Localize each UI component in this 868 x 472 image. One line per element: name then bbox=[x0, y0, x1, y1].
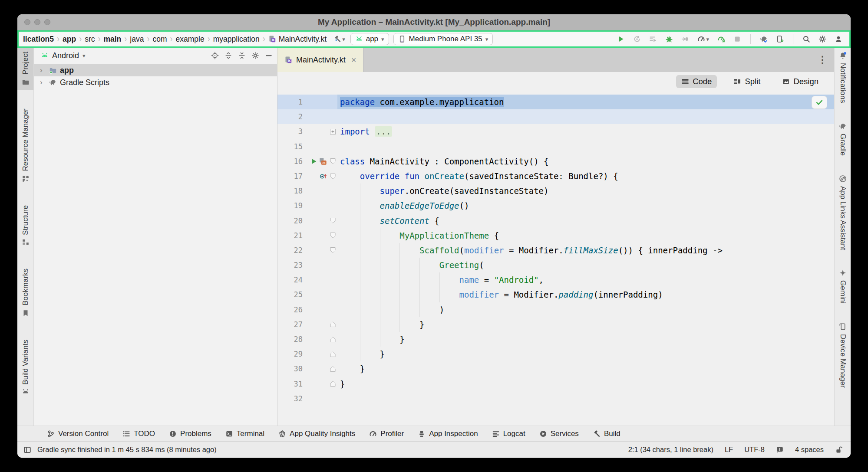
caret-position-widget[interactable]: 2:1 (34 chars, 1 line break) bbox=[628, 446, 713, 454]
view-mode-code[interactable]: Code bbox=[676, 75, 717, 88]
tool-tab-notifications[interactable]: Notifications bbox=[835, 48, 851, 107]
sync-gradle-button[interactable] bbox=[759, 34, 769, 44]
fold-marker[interactable] bbox=[328, 317, 337, 332]
locate-icon[interactable] bbox=[211, 52, 219, 59]
inspection-ok-badge[interactable] bbox=[812, 96, 827, 109]
line-number[interactable]: 25 bbox=[277, 287, 305, 302]
line-number[interactable]: 31 bbox=[277, 377, 305, 391]
tool-window-button-app-quality-insights[interactable]: App Quality Insights bbox=[278, 429, 355, 438]
fold-marker[interactable] bbox=[328, 361, 337, 376]
build-menu-button[interactable]: ▾ bbox=[333, 34, 346, 44]
view-mode-split[interactable]: Split bbox=[728, 75, 766, 88]
apply-changes-button[interactable]: A bbox=[632, 34, 642, 44]
unlocked-icon[interactable] bbox=[835, 446, 843, 454]
editor-tab-mainactivity[interactable]: K MainActivity.kt × bbox=[277, 48, 363, 72]
tool-window-button-logcat[interactable]: Logcat bbox=[492, 429, 525, 438]
tool-window-button-todo[interactable]: TODO bbox=[122, 429, 155, 438]
running-devices-button[interactable] bbox=[775, 34, 785, 44]
settings-button[interactable] bbox=[818, 34, 827, 44]
line-number[interactable]: 18 bbox=[277, 184, 305, 198]
chevron-right-icon[interactable]: › bbox=[40, 66, 46, 75]
settings-icon[interactable] bbox=[251, 52, 259, 59]
tool-tab-device-manager[interactable]: Device Manager bbox=[835, 319, 851, 392]
tool-window-button-build[interactable]: Build bbox=[593, 429, 620, 438]
breadcrumb-item-mainactivity-kt[interactable]: KMainActivity.kt bbox=[267, 35, 329, 44]
line-number[interactable]: 28 bbox=[277, 332, 305, 347]
indent-widget[interactable]: 4 spaces bbox=[795, 446, 824, 454]
fold-marker[interactable] bbox=[328, 213, 337, 228]
fold-marker[interactable] bbox=[328, 169, 337, 184]
fold-marker[interactable] bbox=[328, 228, 337, 243]
tool-window-button-problems[interactable]: Problems bbox=[169, 429, 211, 438]
tool-tab-gemini[interactable]: Gemini bbox=[835, 265, 851, 308]
warning-bubble-icon[interactable] bbox=[776, 446, 784, 454]
code-editor[interactable]: 1package com.example.myapplication23impo… bbox=[277, 91, 834, 426]
line-number[interactable]: 15 bbox=[277, 139, 305, 154]
breadcrumb-item-lication5[interactable]: lication5 bbox=[21, 35, 56, 44]
line-number[interactable]: 26 bbox=[277, 302, 305, 317]
line-number[interactable]: 29 bbox=[277, 347, 305, 361]
tool-tab-build-variants[interactable]: Build Variants bbox=[17, 336, 33, 400]
project-view-select[interactable]: Android bbox=[52, 51, 79, 60]
apply-code-changes-button[interactable] bbox=[648, 34, 658, 44]
breadcrumb-item-app[interactable]: app bbox=[61, 35, 78, 44]
attach-debugger-button[interactable] bbox=[680, 34, 690, 44]
layout-icon[interactable] bbox=[23, 446, 31, 454]
line-number[interactable]: 19 bbox=[277, 198, 305, 213]
close-icon[interactable]: × bbox=[351, 55, 356, 65]
device-select[interactable]: Medium Phone API 35 ▾ bbox=[393, 33, 493, 45]
profiler-button[interactable]: ▾ bbox=[696, 34, 710, 44]
line-number[interactable]: 2 bbox=[277, 109, 305, 124]
tool-window-button-terminal[interactable]: Terminal bbox=[225, 429, 264, 438]
line-number[interactable]: 3 bbox=[277, 124, 305, 139]
line-number[interactable]: 20 bbox=[277, 213, 305, 228]
line-number[interactable]: 24 bbox=[277, 272, 305, 287]
tool-tab-project[interactable]: Project bbox=[17, 48, 33, 90]
breadcrumb-item-src[interactable]: src bbox=[83, 35, 96, 44]
tool-window-button-services[interactable]: Services bbox=[539, 429, 579, 438]
fold-marker[interactable] bbox=[328, 243, 337, 258]
search-everywhere-button[interactable] bbox=[802, 34, 811, 44]
breadcrumb-item-example[interactable]: example bbox=[174, 35, 206, 44]
profile-account-button[interactable] bbox=[834, 34, 843, 44]
line-number[interactable]: 21 bbox=[277, 228, 305, 243]
tool-tab-resource-manager[interactable]: Resource Manager bbox=[17, 105, 33, 187]
tool-tab-app-links-assistant[interactable]: App Links Assistant bbox=[835, 171, 851, 254]
override-icon[interactable] bbox=[319, 172, 327, 180]
tool-tab-gradle[interactable]: Gradle bbox=[835, 118, 851, 160]
tree-item-gradle-scripts[interactable]: ›Gradle Scripts bbox=[34, 76, 277, 88]
zoom-window-button[interactable] bbox=[44, 19, 50, 25]
line-number[interactable]: 17 bbox=[277, 169, 305, 184]
line-number[interactable]: 16 bbox=[277, 154, 305, 169]
breadcrumb-item-myapplication[interactable]: myapplication bbox=[211, 35, 261, 44]
hide-icon[interactable] bbox=[265, 52, 273, 59]
breadcrumb-item-com[interactable]: com bbox=[151, 35, 168, 44]
fold-marker[interactable] bbox=[328, 377, 337, 391]
collapse-all-icon[interactable] bbox=[238, 52, 246, 59]
line-number[interactable]: 22 bbox=[277, 243, 305, 258]
run-configuration-select[interactable]: app ▾ bbox=[350, 33, 389, 45]
run-button[interactable] bbox=[616, 34, 626, 44]
view-mode-design[interactable]: Design bbox=[777, 75, 824, 88]
minimize-window-button[interactable] bbox=[34, 19, 40, 25]
debug-button[interactable] bbox=[664, 34, 674, 44]
fold-marker[interactable] bbox=[328, 332, 337, 347]
expand-all-icon[interactable] bbox=[224, 52, 232, 59]
run-icon[interactable] bbox=[310, 157, 318, 165]
line-ending-widget[interactable]: LF bbox=[725, 446, 733, 454]
tool-window-button-app-inspection[interactable]: App Inspection bbox=[418, 429, 478, 438]
fold-marker[interactable] bbox=[328, 124, 337, 139]
compose-class-icon[interactable]: <> bbox=[319, 157, 327, 165]
tool-tab-bookmarks[interactable]: Bookmarks bbox=[17, 265, 33, 321]
stop-button[interactable] bbox=[733, 34, 742, 44]
fold-marker[interactable] bbox=[328, 347, 337, 361]
line-number[interactable]: 30 bbox=[277, 361, 305, 376]
line-number[interactable]: 23 bbox=[277, 258, 305, 272]
chevron-right-icon[interactable]: › bbox=[40, 78, 46, 87]
fold-marker[interactable] bbox=[328, 154, 337, 169]
tool-window-button-profiler[interactable]: Profiler bbox=[369, 429, 404, 438]
breadcrumb-item-main[interactable]: main bbox=[102, 35, 123, 44]
close-window-button[interactable] bbox=[24, 19, 30, 25]
breadcrumb-item-java[interactable]: java bbox=[128, 35, 145, 44]
encoding-widget[interactable]: UTF-8 bbox=[744, 446, 765, 454]
